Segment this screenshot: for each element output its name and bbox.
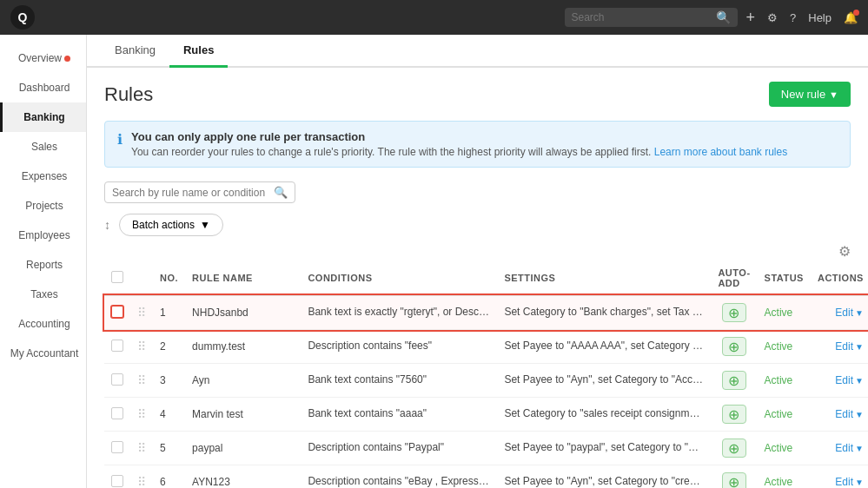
table-row: ⠿ 5 paypal Description contains "Paypal"… — [104, 432, 868, 465]
row-checkbox[interactable] — [111, 340, 123, 352]
row-checkbox-cell — [104, 295, 130, 330]
drag-handle-icon[interactable]: ⠿ — [137, 475, 146, 488]
status-badge: Active — [765, 307, 793, 319]
sidebar-item-overview[interactable]: Overview — [0, 43, 86, 73]
th-settings: SETTINGS — [497, 261, 711, 295]
drag-handle-icon[interactable]: ⠿ — [137, 373, 146, 387]
row-actions: Edit ▼ — [811, 330, 868, 364]
edit-button[interactable]: Edit — [835, 408, 853, 420]
info-main-text: You can only apply one rule per transact… — [131, 130, 787, 143]
edit-actions-group: Edit ▼ — [818, 340, 864, 353]
drag-handle-icon[interactable]: ⠿ — [137, 340, 146, 353]
settings-cog-icon[interactable]: ⚙ — [104, 243, 851, 260]
edit-chevron-icon[interactable]: ▼ — [855, 376, 864, 386]
help-label[interactable]: Help — [808, 11, 832, 24]
th-drag — [130, 261, 153, 295]
sidebar-item-dashboard[interactable]: Dashboard — [0, 73, 86, 102]
search-input[interactable] — [112, 187, 268, 199]
new-rule-label: New rule — [781, 88, 825, 101]
auto-add-icon: ⊕ — [722, 371, 746, 390]
sidebar-item-expenses[interactable]: Expenses — [0, 162, 86, 191]
edit-chevron-icon[interactable]: ▼ — [855, 444, 864, 453]
help-icon[interactable]: ? — [790, 11, 796, 24]
info-sub-text: You can reorder your rules to change a r… — [131, 146, 651, 158]
edit-chevron-icon[interactable]: ▼ — [855, 478, 864, 487]
table-header-row: NO. RULE NAME CONDITIONS SETTINGS AUTO-A… — [104, 261, 868, 295]
header-checkbox[interactable] — [111, 271, 123, 283]
sidebar: Overview Dashboard Banking Sales Expense… — [0, 35, 87, 488]
sidebar-item-employees[interactable]: Employees — [0, 221, 86, 250]
topbar-search-input[interactable] — [572, 11, 711, 23]
row-number: 4 — [153, 398, 185, 432]
edit-chevron-icon[interactable]: ▼ — [855, 342, 864, 352]
row-status: Active — [758, 398, 811, 432]
notification-bell[interactable]: 🔔 — [844, 11, 858, 24]
row-rule-name: paypal — [185, 432, 301, 465]
th-no: NO. — [153, 261, 185, 295]
th-rule-name: RULE NAME — [185, 261, 301, 295]
row-drag-cell: ⠿ — [130, 398, 153, 432]
drag-handle-icon[interactable]: ⠿ — [137, 407, 146, 421]
page-content: Rules New rule ▼ ℹ You can only apply on… — [87, 68, 868, 488]
gear-icon[interactable]: ⚙ — [767, 11, 778, 24]
tab-rules[interactable]: Rules — [169, 35, 228, 68]
row-rule-name: dummy.test — [185, 330, 301, 364]
auto-add-icon: ⊕ — [722, 405, 746, 424]
new-rule-button[interactable]: New rule ▼ — [769, 82, 851, 107]
status-badge: Active — [765, 476, 793, 488]
row-rule-name: NHDJsanbd — [185, 295, 301, 330]
edit-actions-group: Edit ▼ — [818, 307, 864, 319]
row-rule-name: Ayn — [185, 364, 301, 398]
topbar-search[interactable]: 🔍 — [565, 8, 738, 27]
sidebar-item-reports[interactable]: Reports — [0, 250, 86, 280]
search-box[interactable]: 🔍 — [104, 181, 295, 203]
row-auto-add: ⊕ — [711, 432, 757, 465]
row-drag-cell: ⠿ — [130, 465, 153, 489]
edit-button[interactable]: Edit — [835, 374, 853, 386]
sidebar-item-accounting[interactable]: Accounting — [0, 309, 86, 339]
page-header: Rules New rule ▼ — [104, 82, 851, 107]
info-icon: ℹ — [117, 131, 123, 148]
row-drag-cell: ⠿ — [130, 295, 153, 330]
tab-banking[interactable]: Banking — [101, 35, 169, 68]
sidebar-item-projects[interactable]: Projects — [0, 191, 86, 221]
row-checkbox[interactable] — [111, 407, 123, 419]
sidebar-item-my-accountant[interactable]: My Accountant — [0, 339, 86, 368]
drag-handle-icon[interactable]: ⠿ — [137, 306, 146, 320]
row-number: 1 — [153, 295, 185, 330]
auto-add-icon: ⊕ — [722, 472, 746, 488]
row-number: 5 — [153, 432, 185, 465]
edit-button[interactable]: Edit — [835, 340, 853, 353]
th-auto-add: AUTO-ADD — [711, 261, 757, 295]
edit-button[interactable]: Edit — [835, 442, 853, 454]
drag-handle-icon[interactable]: ⠿ — [137, 441, 146, 455]
row-rule-name: AYN123 — [185, 465, 301, 489]
sort-arrow-icon[interactable]: ↕ — [104, 218, 110, 232]
edit-button[interactable]: Edit — [835, 307, 853, 319]
row-actions: Edit ▼ — [811, 295, 868, 330]
auto-add-icon: ⊕ — [722, 303, 746, 322]
row-checkbox[interactable] — [111, 441, 123, 453]
batch-actions-button[interactable]: Batch actions ▼ — [119, 214, 223, 236]
edit-chevron-icon[interactable]: ▼ — [855, 410, 864, 419]
search-icon: 🔍 — [274, 186, 288, 199]
row-checkbox-cell — [104, 364, 130, 398]
row-actions: Edit ▼ — [811, 432, 868, 465]
add-icon[interactable]: + — [746, 9, 756, 27]
row-conditions: Description contains "Paypal" — [301, 432, 497, 465]
row-checkbox[interactable] — [111, 306, 123, 318]
sidebar-item-taxes[interactable]: Taxes — [0, 280, 86, 309]
edit-chevron-icon[interactable]: ▼ — [855, 308, 864, 318]
edit-button[interactable]: Edit — [835, 476, 853, 488]
row-checkbox[interactable] — [111, 373, 123, 386]
sidebar-item-sales[interactable]: Sales — [0, 132, 86, 162]
info-link[interactable]: Learn more about bank rules — [654, 146, 787, 158]
auto-add-icon: ⊕ — [722, 439, 746, 458]
sidebar-item-banking[interactable]: Banking — [0, 102, 86, 132]
row-checkbox-cell — [104, 398, 130, 432]
edit-actions-group: Edit ▼ — [818, 476, 864, 488]
row-conditions: Bank text is exactly "rgteryt", or Descr… — [301, 295, 497, 330]
row-checkbox[interactable] — [111, 475, 123, 487]
row-drag-cell: ⠿ — [130, 432, 153, 465]
search-icon: 🔍 — [716, 10, 731, 24]
